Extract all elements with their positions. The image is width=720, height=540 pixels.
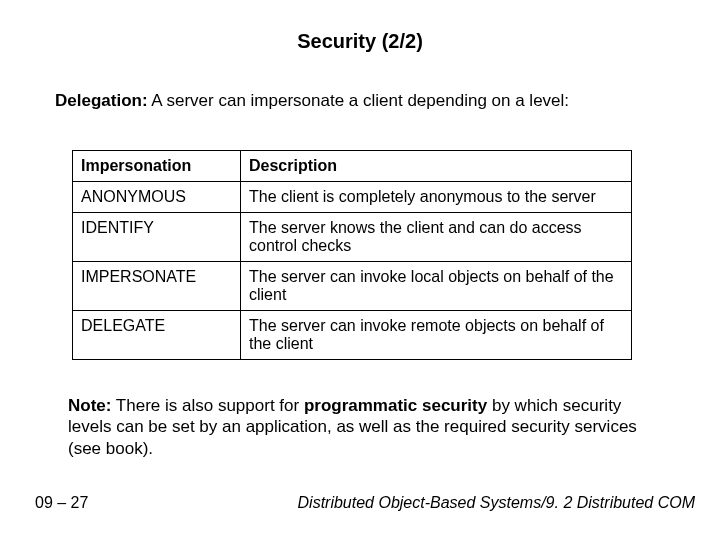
table-row: ANONYMOUS The client is completely anony…: [73, 182, 632, 213]
table-row: DELEGATE The server can invoke remote ob…: [73, 311, 632, 360]
footer-chapter: Distributed Object-Based Systems/9. 2 Di…: [298, 494, 695, 512]
impersonation-table-wrap: Impersonation Description ANONYMOUS The …: [72, 150, 632, 360]
delegation-text: A server can impersonate a client depend…: [148, 91, 570, 110]
table-cell-level: DELEGATE: [73, 311, 241, 360]
delegation-label: Delegation:: [55, 91, 148, 110]
table-cell-desc: The server can invoke local objects on b…: [241, 262, 632, 311]
footer: 09 – 27 Distributed Object-Based Systems…: [35, 494, 695, 512]
table-cell-desc: The client is completely anonymous to th…: [241, 182, 632, 213]
table-row: IDENTIFY The server knows the client and…: [73, 213, 632, 262]
table-cell-desc: The server knows the client and can do a…: [241, 213, 632, 262]
note-label: Note:: [68, 396, 111, 415]
impersonation-table: Impersonation Description ANONYMOUS The …: [72, 150, 632, 360]
table-header-row: Impersonation Description: [73, 151, 632, 182]
table-row: IMPERSONATE The server can invoke local …: [73, 262, 632, 311]
delegation-paragraph: Delegation: A server can impersonate a c…: [55, 90, 665, 111]
table-header-description: Description: [241, 151, 632, 182]
footer-page-number: 09 – 27: [35, 494, 88, 512]
table-cell-level: IDENTIFY: [73, 213, 241, 262]
table-cell-level: ANONYMOUS: [73, 182, 241, 213]
table-cell-level: IMPERSONATE: [73, 262, 241, 311]
note-strong: programmatic security: [304, 396, 487, 415]
slide: Security (2/2) Delegation: A server can …: [0, 0, 720, 540]
table-cell-desc: The server can invoke remote objects on …: [241, 311, 632, 360]
note-text-before: There is also support for: [111, 396, 303, 415]
table-header-impersonation: Impersonation: [73, 151, 241, 182]
page-title: Security (2/2): [0, 30, 720, 53]
note-paragraph: Note: There is also support for programm…: [68, 395, 665, 459]
